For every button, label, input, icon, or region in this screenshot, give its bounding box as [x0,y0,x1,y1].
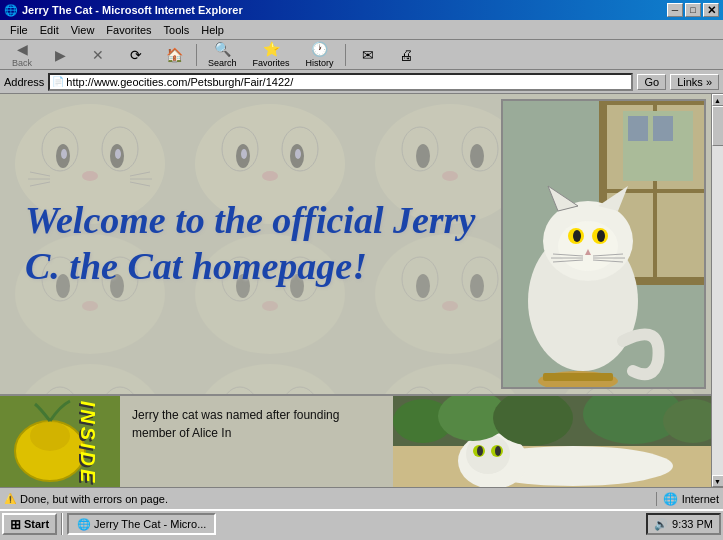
bottom-section: INSIDE Jerry the cat was named after fou… [0,394,711,487]
menu-tools[interactable]: Tools [158,22,196,38]
toolbar-separator [196,44,197,66]
refresh-button[interactable]: ⟳ [118,44,154,66]
vertical-scrollbar: ▲ ▼ [711,94,723,487]
menu-view[interactable]: View [65,22,101,38]
taskbar-item-label: Jerry The Cat - Micro... [94,518,206,530]
svg-rect-108 [543,373,613,381]
status-bar: ⚠️ Done, but with errors on page. 🌐 Inte… [0,487,723,509]
bottom-text: Jerry the cat was named after founding m… [132,406,381,442]
history-icon: 🕐 [311,41,328,57]
scroll-track [712,106,724,475]
svg-point-112 [30,421,70,451]
svg-rect-89 [653,116,673,141]
taskbar: ⊞ Start 🌐 Jerry The Cat - Micro... 🔊 9:3… [0,509,723,537]
window-title: Jerry The Cat - Microsoft Internet Explo… [22,4,243,16]
go-button[interactable]: Go [637,74,666,90]
favorites-icon: ⭐ [263,41,280,57]
favorites-button[interactable]: ⭐ Favorites [246,38,297,71]
minimize-button[interactable]: ─ [667,3,683,17]
cat-main-photo [501,99,706,389]
forward-button[interactable]: ▶ [42,44,78,66]
svg-rect-88 [628,116,648,141]
links-button[interactable]: Links » [670,74,719,90]
menu-help[interactable]: Help [195,22,230,38]
zone-label: Internet [682,493,719,505]
toolbar-separator-2 [345,44,346,66]
taskbar-item-icon: 🌐 [77,518,91,531]
taskbar-separator [61,513,63,535]
forward-icon: ▶ [55,47,66,63]
stop-button[interactable]: ✕ [80,44,116,66]
print-button[interactable]: 🖨 [388,44,424,66]
page-icon-status: ⚠️ [4,493,16,504]
home-icon: 🏠 [166,47,183,63]
svg-point-98 [573,230,581,242]
taskbar-item-browser[interactable]: 🌐 Jerry The Cat - Micro... [67,513,216,535]
address-input-wrapper: 📄 [48,73,633,91]
inside-box: INSIDE [0,396,120,487]
start-button[interactable]: ⊞ Start [2,513,57,535]
svg-point-122 [495,446,501,456]
search-button[interactable]: 🔍 Search [201,38,244,71]
svg-point-99 [597,230,605,242]
welcome-section: Welcome to the official Jerry C. the Cat… [0,94,501,394]
cat-main-svg [503,101,706,389]
toolbar: ◀ Back ▶ ✕ ⟳ 🏠 🔍 Search ⭐ Favorites 🕐 Hi… [0,40,723,70]
back-button[interactable]: ◀ Back [4,38,40,71]
print-icon: 🖨 [399,47,413,63]
inside-label: INSIDE [76,400,99,485]
address-input[interactable] [66,76,629,88]
address-bar: Address 📄 Go Links » [0,70,723,94]
svg-point-121 [477,446,483,456]
speaker-icon: 🔊 [654,518,668,531]
address-label: Address [4,76,44,88]
menu-edit[interactable]: Edit [34,22,65,38]
back-icon: ◀ [17,41,28,57]
history-button[interactable]: 🕐 History [299,38,341,71]
middle-text-section: Jerry the cat was named after founding m… [120,396,393,487]
page-icon: 📄 [52,76,64,87]
close-button[interactable]: ✕ [703,3,719,17]
menu-bar: File Edit View Favorites Tools Help [0,20,723,40]
scroll-up-button[interactable]: ▲ [712,94,724,106]
stop-icon: ✕ [92,47,104,63]
mail-button[interactable]: ✉ [350,44,386,66]
maximize-button[interactable]: □ [685,3,701,17]
webpage: Welcome to the official Jerry C. the Cat… [0,94,711,487]
cat-bottom-photo [393,396,711,487]
scroll-thumb[interactable] [712,106,724,146]
window-icon: 🌐 [4,4,18,17]
top-section: Welcome to the official Jerry C. the Cat… [0,94,711,394]
status-message: Done, but with errors on page. [20,493,652,505]
menu-file[interactable]: File [4,22,34,38]
clock-time: 9:33 PM [672,518,713,530]
home-button[interactable]: 🏠 [156,44,192,66]
taskbar-clock: 🔊 9:33 PM [646,513,721,535]
windows-logo: ⊞ [10,517,21,532]
browser-content-wrapper: Welcome to the official Jerry C. the Cat… [0,94,723,487]
search-icon: 🔍 [214,41,231,57]
svg-point-95 [558,221,618,271]
menu-favorites[interactable]: Favorites [100,22,157,38]
refresh-icon: ⟳ [130,47,142,63]
mail-icon: ✉ [362,47,374,63]
status-zone: 🌐 Internet [656,492,719,506]
scroll-down-button[interactable]: ▼ [712,475,724,487]
title-bar: 🌐 Jerry The Cat - Microsoft Internet Exp… [0,0,723,20]
internet-icon: 🌐 [663,492,678,506]
welcome-heading: Welcome to the official Jerry C. the Cat… [25,198,476,289]
